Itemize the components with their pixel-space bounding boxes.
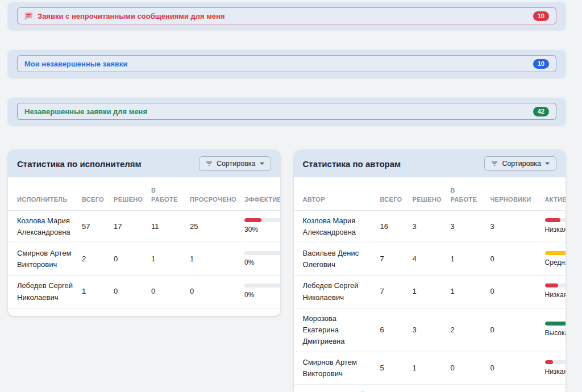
progress-track (545, 218, 566, 222)
alert-strip-open-for-me: Незавершенные заявки для меня 42 (8, 98, 566, 125)
table-row: Козлова Мария Александровна16333Низкая (294, 210, 566, 243)
progress-track (244, 251, 280, 255)
column-header: В РАБОТЕ (148, 177, 186, 210)
stat-solved: 3 (409, 308, 447, 352)
alert-strip-unread-messages: Заявки с непрочитанными сообщениями для … (8, 2, 566, 30)
person-name: Лебедев Сергей Николаевич (8, 276, 78, 308)
person-name: Лебедев Сергей Николаевич (294, 276, 377, 308)
stat-total: 2 (78, 243, 110, 276)
progress-cell: Низкая (542, 210, 566, 243)
progress-label: Низкая (545, 290, 557, 300)
sort-button-label: Сортировка (502, 160, 541, 168)
authors-card-header: Статистика по авторам Сортировка (294, 150, 566, 177)
person-name: Васильев Денис Олегович (294, 243, 377, 276)
table-row: Лебедев Сергей Николаевич10000% (8, 276, 280, 308)
progress-cell: 0% (241, 243, 280, 276)
stat-in_work: 2 (447, 308, 487, 352)
progress-label: Низкая (545, 367, 557, 377)
progress-track (545, 283, 566, 287)
alert-label: Незавершенные заявки для меня (24, 107, 147, 116)
stat-total: 7 (377, 276, 409, 308)
table-row: Кузнецов Алексей Сергеевич5110Низкая (294, 385, 566, 392)
progress-fill (545, 360, 554, 364)
filter-icon (206, 160, 213, 167)
count-badge: 42 (533, 107, 549, 116)
sort-button[interactable]: Сортировка (484, 156, 556, 171)
stat-total: 1 (78, 276, 110, 308)
progress-cell: Низкая (542, 276, 566, 308)
alert-panel-unread-messages[interactable]: Заявки с непрочитанными сообщениями для … (17, 7, 556, 24)
progress-fill (545, 218, 560, 222)
sort-button-label: Сортировка (217, 160, 256, 168)
progress-cell: Высокая (542, 308, 566, 352)
progress-track (244, 283, 280, 287)
stat-drafts: 0 (487, 276, 542, 308)
progress-cell: Средняя (542, 243, 566, 276)
stat-solved: 1 (409, 276, 447, 308)
stats-cards-row: Статистика по исполнителям Сортировка (8, 150, 566, 392)
stat-solved: 1 (409, 352, 447, 385)
stat-solved: 3 (409, 210, 447, 243)
executors-table: ИСПОЛНИТЕЛЬВСЕГОРЕШЕНОВ РАБОТЕПРОСРОЧЕНО… (8, 177, 280, 308)
executors-stats-card: Статистика по исполнителям Сортировка (8, 150, 280, 316)
stat-drafts: 0 (487, 385, 542, 392)
stat-drafts: 0 (487, 352, 542, 385)
stat-in_work: 3 (447, 210, 487, 243)
table-row: Лебедев Сергей Николаевич7110Низкая (294, 276, 566, 308)
stat-solved: 4 (409, 243, 447, 276)
alert-panel-open-requests-for-me[interactable]: Незавершенные заявки для меня 42 (17, 103, 556, 120)
progress-label: Средняя (545, 258, 557, 268)
stat-total: 5 (377, 385, 409, 392)
card-title: Статистика по исполнителям (17, 159, 142, 169)
progress-track (545, 360, 566, 364)
executors-card-header: Статистика по исполнителям Сортировка (8, 150, 280, 177)
stat-overdue: 25 (186, 210, 241, 243)
progress-cell: Низкая (542, 352, 566, 385)
caret-down-icon (260, 162, 264, 165)
stat-overdue: 1 (186, 243, 241, 276)
stat-in_work: 1 (447, 276, 487, 308)
column-header: ЭФФЕКТИВНОСТЬ (241, 177, 280, 210)
progress-fill (545, 283, 558, 287)
alert-strip-my-open: Мои незавершенные заявки 10 (8, 50, 566, 77)
table-row: Козлова Мария Александровна5717112530% (8, 210, 280, 243)
card-title: Статистика по авторам (303, 159, 401, 169)
authors-card-body: АВТОРВСЕГОРЕШЕНОВ РАБОТЕЧЕРНОВИКИАКТИВНО… (294, 177, 566, 392)
person-name: Смирнов Артем Викторович (8, 243, 78, 276)
table-row: Смирнов Артем Викторович5100Низкая (294, 352, 566, 385)
executors-card-body: ИСПОЛНИТЕЛЬВСЕГОРЕШЕНОВ РАБОТЕПРОСРОЧЕНО… (8, 177, 280, 316)
progress-fill (545, 251, 566, 255)
progress-track (545, 322, 566, 326)
count-badge: 10 (533, 59, 549, 69)
progress-cell: Низкая (542, 385, 566, 392)
person-name: Кузнецов Алексей Сергеевич (294, 385, 377, 392)
column-header: ПРОСРОЧЕНО (186, 177, 241, 210)
chat-message-icon (24, 12, 33, 20)
column-header: В РАБОТЕ (447, 177, 487, 210)
stat-total: 7 (377, 243, 409, 276)
person-name: Смирнов Артем Викторович (294, 352, 377, 385)
progress-track (244, 218, 280, 222)
stat-in_work: 1 (148, 243, 186, 276)
person-name: Морозова Екатерина Дмитриевна (294, 308, 377, 352)
stat-total: 6 (377, 308, 409, 352)
table-row: Смирнов Артем Викторович20110% (8, 243, 280, 276)
stat-solved: 0 (110, 276, 148, 308)
stat-in_work: 11 (148, 210, 186, 243)
column-header: АВТОР (294, 177, 377, 210)
stat-in_work: 0 (447, 352, 487, 385)
progress-fill (545, 322, 566, 326)
stat-total: 16 (377, 210, 409, 243)
sort-button[interactable]: Сортировка (199, 156, 271, 171)
stat-total: 5 (377, 352, 409, 385)
table-header-row: АВТОРВСЕГОРЕШЕНОВ РАБОТЕЧЕРНОВИКИАКТИВНО… (294, 177, 566, 210)
stat-solved: 17 (110, 210, 148, 243)
progress-cell: 0% (241, 276, 280, 308)
filter-icon (491, 160, 498, 167)
alert-panel-my-open-requests[interactable]: Мои незавершенные заявки 10 (17, 55, 556, 72)
stat-in_work: 0 (148, 276, 186, 308)
stat-solved: 0 (110, 243, 148, 276)
dashboard-page: Заявки с непрочитанными сообщениями для … (8, 0, 566, 392)
authors-stats-card: Статистика по авторам Сортировка АВ (294, 150, 566, 392)
column-header: АКТИВНОСТЬ (542, 177, 566, 210)
